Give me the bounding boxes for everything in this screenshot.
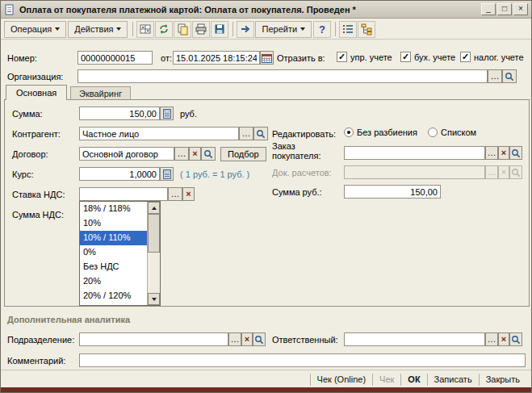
organization-field[interactable] — [77, 69, 488, 83]
minimize-button[interactable]: _ — [481, 3, 496, 15]
scrollbar-track[interactable] — [148, 214, 160, 293]
scroll-down-button[interactable] — [148, 293, 160, 305]
counterparty-open-button[interactable] — [253, 127, 268, 140]
order-clear-button[interactable]: × — [498, 146, 509, 160]
help-icon: ? — [319, 23, 325, 36]
calculator-icon — [162, 109, 172, 119]
operation-menu-button[interactable]: Операция — [4, 21, 66, 38]
responsible-clear-button[interactable]: × — [498, 332, 509, 346]
close-button[interactable]: × — [513, 3, 528, 15]
division-field[interactable] — [79, 332, 228, 346]
save-button[interactable] — [211, 21, 228, 38]
counterparty-select-button[interactable]: … — [239, 127, 253, 140]
checkbox-management-accounting[interactable]: ✓ упр. учете — [337, 52, 392, 62]
toolbar-separator — [132, 22, 133, 36]
dropdown-item-selected[interactable]: 10% / 110% — [80, 231, 147, 245]
radio-label: Списком — [441, 128, 476, 137]
dropdown-item[interactable]: 0% — [80, 245, 147, 260]
refresh-icon — [157, 23, 170, 36]
maximize-button[interactable]: □ — [497, 3, 512, 15]
tab-main[interactable]: Основная — [6, 85, 67, 100]
toolbar: Операция Действия Перейти — [1, 19, 531, 40]
rate-calculator-button[interactable] — [160, 167, 174, 181]
sum-label: Сумма: — [12, 109, 43, 119]
vat-rate-select-button[interactable]: … — [168, 187, 182, 201]
copy-button[interactable] — [174, 21, 191, 38]
calendar-button[interactable] — [260, 51, 274, 65]
currency-label: руб. — [180, 109, 197, 119]
radio-unselected-icon — [428, 128, 438, 137]
structure-button[interactable] — [358, 21, 375, 38]
checkbox-book-accounting[interactable]: ✓ бух. учете — [400, 52, 455, 62]
responsible-field[interactable] — [344, 332, 485, 346]
footer-button-bar: Чек (Online) Чек ОК Записать Закрыть — [1, 370, 531, 388]
date-field[interactable] — [173, 51, 260, 65]
dropdown-item[interactable]: 10% — [80, 216, 147, 231]
order-select-button[interactable]: … — [485, 146, 498, 160]
checkbox-label: упр. учете — [350, 52, 392, 62]
scroll-up-button[interactable] — [148, 202, 160, 214]
contract-select-button[interactable]: … — [174, 147, 189, 161]
show-list-button[interactable] — [339, 21, 357, 38]
sum-calculator-button[interactable] — [160, 107, 174, 120]
radio-selected-icon — [344, 128, 354, 137]
dropdown-item[interactable]: 20% — [80, 274, 147, 289]
order-open-button[interactable] — [509, 146, 522, 160]
document-window: Оплата от покупателя платежной картой: О… — [0, 0, 532, 393]
pick-button[interactable]: Подбор — [220, 147, 266, 161]
counterparty-field[interactable] — [79, 127, 239, 140]
radio-as-list[interactable]: Списком — [428, 128, 476, 137]
post-document-button[interactable] — [136, 21, 154, 38]
help-button[interactable]: ? — [313, 21, 331, 38]
write-button[interactable]: Записать — [428, 374, 479, 384]
edit-label: Редактировать: — [272, 129, 336, 139]
dropdown-item[interactable]: 20% / 120% — [80, 289, 147, 303]
organization-select-button[interactable]: … — [488, 69, 502, 83]
number-field[interactable] — [77, 51, 153, 65]
comment-field[interactable] — [79, 353, 526, 367]
division-select-button[interactable]: … — [228, 332, 241, 346]
division-open-button[interactable] — [253, 332, 266, 346]
sum-rub-field[interactable] — [344, 185, 441, 199]
calculator-icon — [162, 169, 172, 179]
comment-label: Комментарий: — [7, 356, 65, 366]
document-icon — [4, 4, 15, 15]
title-bar: Оплата от покупателя платежной картой: О… — [1, 1, 531, 19]
arrow-up-icon — [152, 207, 157, 210]
responsible-open-button[interactable] — [509, 332, 522, 346]
goto-menu-label: Перейти — [262, 24, 297, 34]
check-online-button[interactable]: Чек (Online) — [311, 374, 372, 384]
dropdown-item[interactable]: Без НДС — [80, 260, 147, 274]
goto-menu-button[interactable]: Перейти — [255, 21, 312, 38]
division-clear-button[interactable]: × — [241, 332, 253, 346]
close-form-button[interactable]: Закрыть — [480, 374, 526, 384]
vat-rate-clear-button[interactable]: × — [182, 187, 195, 201]
order-field[interactable] — [344, 146, 485, 160]
checkmark-icon: ✓ — [400, 52, 411, 62]
rate-field[interactable] — [79, 167, 160, 181]
checkbox-tax-accounting[interactable]: ✓ налог. учете — [460, 52, 524, 62]
radio-no-breakdown[interactable]: Без разбиения — [344, 128, 417, 137]
reread-button[interactable] — [155, 21, 173, 38]
rate-label: Курс: — [12, 169, 33, 179]
print-button[interactable] — [192, 21, 210, 38]
dropdown-item[interactable]: 18% / 118% — [80, 202, 147, 216]
go-button[interactable] — [237, 21, 254, 38]
dropdown-scrollbar[interactable] — [147, 202, 160, 305]
contract-clear-button[interactable]: × — [189, 147, 201, 161]
magnifier-icon — [203, 149, 213, 159]
responsible-label: Ответственный: — [272, 335, 338, 345]
responsible-select-button[interactable]: … — [485, 332, 498, 346]
printer-icon — [195, 23, 207, 36]
contract-open-button[interactable] — [201, 147, 216, 161]
ok-button[interactable]: ОК — [401, 374, 426, 384]
contract-field[interactable] — [79, 147, 174, 161]
vat-rate-field[interactable] — [79, 187, 168, 201]
window-title: Оплата от покупателя платежной картой: О… — [19, 5, 480, 15]
organization-open-button[interactable] — [502, 69, 517, 83]
sum-field[interactable] — [79, 107, 160, 120]
scrollbar-thumb[interactable] — [148, 214, 160, 253]
actions-menu-button[interactable]: Действия — [68, 21, 128, 38]
toolbar-separator — [232, 22, 233, 36]
tab-acquiring[interactable]: Эквайринг — [70, 86, 131, 99]
